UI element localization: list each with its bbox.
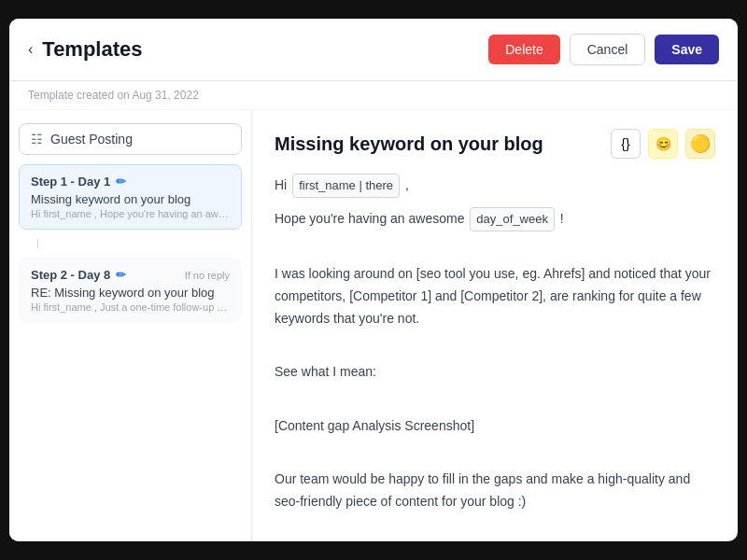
created-date: Template created on Aug 31, 2022 [28,89,199,102]
back-button[interactable]: ‹ [28,41,33,58]
body-paragraph-1: I was looking around on [seo tool you us… [275,263,712,329]
right-panel: Missing keyword on your blog {} 😊 🟡 Hi f… [252,110,738,541]
day-of-week-tag[interactable]: day_of_week [470,207,555,231]
email-header: Missing keyword on your blog {} 😊 🟡 [275,129,715,159]
greeting-line: Hi first_name | there , [275,174,712,198]
step-card-1[interactable]: Step 1 - Day 1 ✏ Missing keyword on your… [19,164,242,230]
step-2-subject: RE: Missing keyword on your blog [31,286,230,300]
email-tools: {} 😊 🟡 [611,129,715,159]
emoji-button[interactable]: 😊 [648,129,678,159]
step-1-subject: Missing keyword on your blog [31,192,230,206]
step-2-preview: Hi first_name , Just a one-time follow-u… [31,301,230,313]
email-body: Hi first_name | there , Hope you're havi… [275,174,715,523]
app-window: ‹ Templates Delete Cancel Save Template … [9,19,738,541]
main-content: ☷ Guest Posting Step 1 - Day 1 ✏ Missing… [9,110,738,541]
template-name-label: Guest Posting [50,132,133,147]
first-name-tag[interactable]: first_name | there [292,174,400,198]
edit-icon-1[interactable]: ✏ [116,175,126,189]
step-1-header: Step 1 - Day 1 ✏ [31,175,230,189]
document-icon: ☷ [31,132,43,147]
if-no-reply-badge: If no reply [185,270,230,281]
cancel-button[interactable]: Cancel [570,34,646,65]
left-panel: ☷ Guest Posting Step 1 - Day 1 ✏ Missing… [9,110,252,541]
awesome-line: Hope you're having an awesome day_of_wee… [275,207,712,231]
page-title: Templates [42,37,488,62]
body-paragraph-3: [Content gap Analysis Screenshot] [275,415,712,438]
edit-icon-2[interactable]: ✏ [116,268,126,282]
header-actions: Delete Cancel Save [488,34,719,65]
step-2-label: Step 2 - Day 8 [31,268,110,282]
dot-button[interactable]: 🟡 [685,129,715,159]
step-2-header: Step 2 - Day 8 ✏ If no reply [31,268,230,282]
step-1-preview: Hi first_name , Hope you're having an aw… [31,208,230,219]
braces-button[interactable]: {} [611,129,641,159]
header: ‹ Templates Delete Cancel Save [9,19,738,81]
body-paragraph-4: Our team would be happy to fill in the g… [275,469,712,513]
step-card-2[interactable]: Step 2 - Day 8 ✏ If no reply RE: Missing… [19,258,242,323]
body-paragraph-2: See what I mean: [275,361,712,384]
delete-button[interactable]: Delete [488,35,559,64]
step-1-label: Step 1 - Day 1 [31,175,110,189]
step-connector [37,239,38,248]
email-subject: Missing keyword on your blog [275,133,611,155]
save-button[interactable]: Save [655,35,719,64]
subheader: Template created on Aug 31, 2022 [9,81,738,110]
template-name-box: ☷ Guest Posting [19,123,242,155]
